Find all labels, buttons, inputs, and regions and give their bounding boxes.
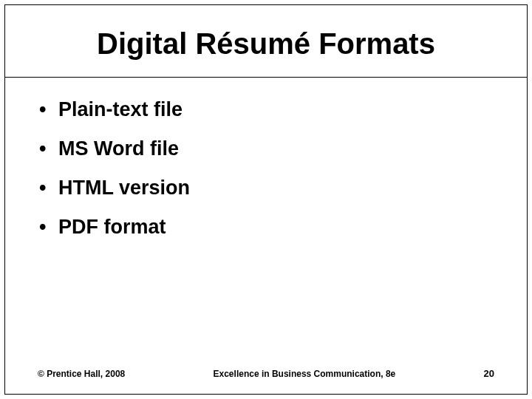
list-item: MS Word file (39, 137, 493, 160)
slide-title: Digital Résumé Formats (5, 27, 527, 61)
list-item: HTML version (39, 177, 493, 200)
footer-page-number: 20 (484, 368, 494, 379)
bullet-list: Plain-text file MS Word file HTML versio… (39, 98, 493, 239)
list-item: PDF format (39, 216, 493, 239)
list-item: Plain-text file (39, 98, 493, 121)
footer-book-title: Excellence in Business Communication, 8e (125, 369, 483, 379)
slide-frame: Digital Résumé Formats Plain-text file M… (4, 4, 528, 395)
title-container: Digital Résumé Formats (5, 5, 527, 78)
slide-content: Plain-text file MS Word file HTML versio… (5, 78, 527, 239)
slide-footer: © Prentice Hall, 2008 Excellence in Busi… (5, 368, 527, 379)
footer-copyright: © Prentice Hall, 2008 (38, 369, 125, 379)
